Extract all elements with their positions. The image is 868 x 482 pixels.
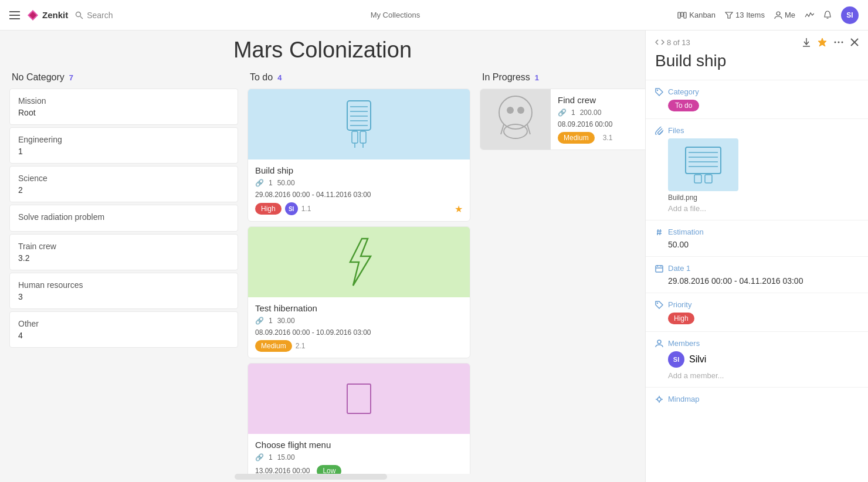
card-meta-find-crew: 🔗 1 200.00 — [558, 108, 645, 117]
svg-point-52 — [657, 302, 658, 303]
person-members-icon — [655, 340, 663, 348]
detail-panel: 8 of 13 — [645, 30, 868, 482]
card-build-ship[interactable]: Build ship 🔗 1 50.00 29.08.2016 00:00 - … — [247, 89, 470, 222]
hash-icon — [655, 228, 663, 236]
list-item[interactable]: Mission Root — [9, 89, 238, 125]
notifications-button[interactable] — [823, 11, 832, 20]
card-number: 2.1 — [296, 342, 306, 350]
card-body-choose-flight-menu: Choose flight menu 🔗 1 15.00 13.09.2016 … — [248, 434, 470, 474]
filter-icon — [725, 11, 733, 19]
filter-button[interactable]: 13 Items — [725, 11, 765, 19]
search-area[interactable]: Search — [75, 11, 113, 20]
svg-rect-5 — [681, 12, 683, 16]
priority-label: Priority — [655, 300, 859, 309]
svg-point-32 — [838, 42, 840, 43]
bell-icon — [823, 11, 832, 20]
category-badge[interactable]: To do — [668, 100, 699, 111]
list-item[interactable]: Science 2 — [9, 166, 238, 202]
attachment-icon: 🔗 — [255, 179, 264, 187]
collections-label: My Collections — [120, 11, 671, 19]
crew-illustration — [492, 90, 539, 149]
svg-rect-42 — [694, 175, 701, 183]
column-in-progress: In Progress 1 — [480, 72, 645, 464]
panel-section-estimation: Estimation 50.00 — [646, 223, 868, 254]
star-icon[interactable]: ★ — [455, 203, 463, 215]
column-title-in-progress: In Progress — [482, 72, 530, 83]
view-kanban-button[interactable]: Kanban — [677, 11, 716, 20]
svg-point-36 — [657, 89, 658, 90]
svg-rect-16 — [352, 131, 358, 143]
card-date-build-ship: 29.08.2016 00:00 - 04.11.2016 03:00 — [255, 191, 463, 199]
file-preview-ship — [677, 144, 730, 185]
card-find-crew[interactable]: Find crew 🔗 1 200.00 08.09.2016 00:00 Me… — [480, 89, 645, 150]
panel-section-priority: Priority High — [646, 296, 868, 329]
svg-marker-30 — [818, 38, 826, 46]
logo-icon — [27, 9, 39, 21]
list-item[interactable]: Other 4 — [9, 311, 238, 348]
mindmap-icon — [655, 395, 663, 403]
column-no-category: No Category 7 Mission Root Engineering 1… — [9, 72, 238, 464]
board-columns: No Category 7 Mission Root Engineering 1… — [0, 72, 645, 474]
card-date-inline: 13.09.2016 00:00 — [255, 467, 310, 474]
column-header-todo: To do 4 — [247, 72, 470, 89]
ship-illustration — [335, 95, 382, 154]
star-panel-icon[interactable] — [818, 38, 827, 47]
download-icon[interactable] — [802, 38, 811, 47]
list-item[interactable]: Train crew 3.2 — [9, 234, 238, 270]
priority-panel-badge[interactable]: High — [668, 313, 694, 324]
card-body-find-crew: Find crew 🔗 1 200.00 08.09.2016 00:00 Me… — [551, 89, 645, 150]
column-count-no-category: 7 — [69, 73, 73, 82]
add-file-placeholder[interactable]: Add a file... — [655, 204, 859, 213]
card-date-test-hibernation: 08.09.2016 00:00 - 10.09.2016 03:00 — [255, 328, 463, 337]
svg-point-2 — [76, 12, 81, 16]
more-icon[interactable] — [834, 41, 843, 43]
app-name: Zenkit — [42, 10, 68, 20]
column-content-no-category: Mission Root Engineering 1 Science 2 Sol… — [9, 89, 238, 350]
panel-section-files: Files Build.png Add a file... — [646, 121, 868, 218]
member-avatar-si: SI — [668, 351, 684, 368]
svg-point-31 — [835, 42, 836, 43]
tag-priority-icon — [655, 301, 663, 309]
priority-badge-medium: Medium — [255, 340, 292, 352]
card-image-build-ship — [248, 89, 470, 159]
file-thumbnail[interactable] — [668, 138, 738, 191]
lightning-illustration — [338, 233, 379, 291]
svg-point-25 — [504, 124, 527, 138]
attachment-icon: 🔗 — [558, 108, 567, 117]
svg-rect-48 — [656, 266, 663, 272]
horizontal-scrollbar[interactable] — [235, 474, 387, 480]
svg-line-46 — [657, 229, 658, 235]
card-meta-choose-flight-menu: 🔗 1 15.00 — [255, 453, 463, 461]
list-item[interactable]: Human resources 3 — [9, 273, 238, 309]
panel-nav: 8 of 13 — [655, 38, 690, 47]
card-choose-flight-menu[interactable]: Choose flight menu 🔗 1 15.00 13.09.2016 … — [247, 363, 470, 474]
search-icon — [75, 11, 83, 19]
list-item[interactable]: Engineering 1 — [9, 127, 238, 164]
svg-rect-6 — [684, 12, 686, 18]
list-item[interactable]: Solve radiation problem — [9, 205, 238, 232]
card-number: 1.1 — [301, 205, 311, 213]
estimation-value: 50.00 — [655, 240, 859, 249]
menu-button[interactable] — [9, 11, 20, 19]
code-icon — [655, 39, 664, 46]
topbar-left: Zenkit Search — [9, 9, 113, 21]
card-test-hibernation[interactable]: Test hibernation 🔗 1 30.00 08.09.2016 00… — [247, 226, 470, 358]
column-header-in-progress: In Progress 1 — [480, 72, 645, 89]
column-count-todo: 4 — [277, 73, 282, 82]
attachment-icon: 🔗 — [255, 317, 264, 325]
member-name: Silvi — [689, 354, 706, 365]
me-button[interactable]: Me — [774, 11, 795, 19]
svg-marker-7 — [725, 12, 733, 18]
panel-header-actions — [802, 38, 859, 47]
search-label: Search — [87, 11, 113, 20]
add-member-placeholder[interactable]: Add a member... — [655, 371, 859, 380]
view-label: Kanban — [689, 11, 716, 19]
activity-button[interactable] — [805, 11, 814, 19]
user-avatar[interactable]: SI — [841, 6, 859, 24]
panel-nav-text: 8 of 13 — [667, 38, 690, 47]
svg-point-54 — [657, 398, 661, 401]
close-icon[interactable] — [850, 38, 859, 46]
category-label: Category — [655, 87, 859, 96]
topbar: Zenkit Search My Collections Kanban 13 I — [0, 0, 868, 30]
tag-icon — [655, 88, 663, 96]
